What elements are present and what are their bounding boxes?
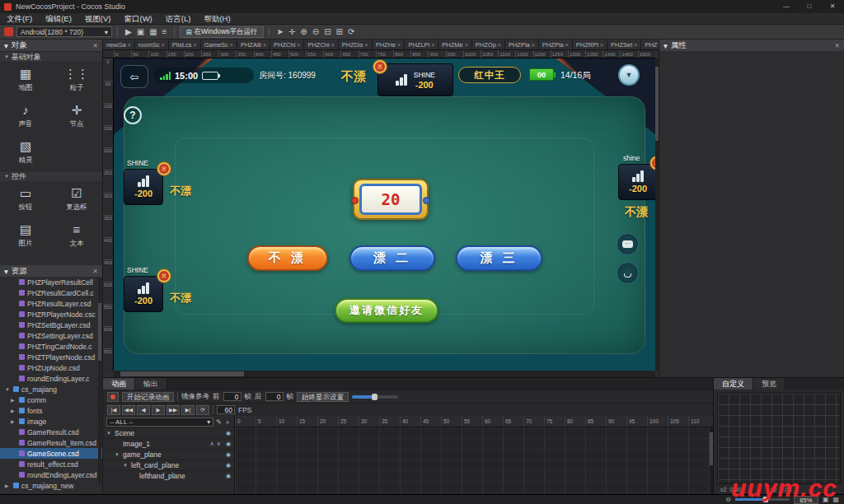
maximize-button[interactable]: □	[798, 0, 821, 13]
document-tab[interactable]: PHZChi ×	[270, 40, 304, 50]
close-tab-icon[interactable]: ×	[465, 42, 468, 48]
close-button[interactable]: ✕	[821, 0, 844, 13]
resource-item[interactable]: ▶ fonts	[0, 405, 102, 416]
select-tool-icon[interactable]: ➤	[274, 27, 286, 36]
object-map[interactable]: ▦ 地图	[0, 62, 51, 98]
scene-canvas[interactable]: ⇦ ? 15:00 房间号: 160999 不漂 SHINE -200 发 红中…	[114, 58, 655, 371]
panel-tab[interactable]: 自定义	[714, 378, 753, 390]
loop-button[interactable]: ⟳	[196, 405, 209, 415]
next-key-icon[interactable]: ∨	[217, 441, 221, 447]
prev-key-button[interactable]: ◀◀	[122, 405, 135, 415]
close-tab-icon[interactable]: ×	[397, 42, 401, 48]
zoom-out-icon[interactable]: ⊖	[310, 27, 321, 36]
prev-frame-button[interactable]: ◀	[137, 405, 150, 415]
node-filter-select[interactable]: -- ALL -- ▾	[106, 418, 213, 427]
canvas-horizontal-scrollbar[interactable]	[114, 371, 655, 377]
first-frame-button[interactable]: |◀	[107, 405, 120, 415]
timeline-node-row[interactable]: lefthand_plane ∧ ∨ ◉	[103, 470, 234, 481]
document-tab[interactable]: Plist.cs ×	[169, 40, 201, 50]
close-tab-icon[interactable]: ×	[162, 42, 165, 48]
object-sound[interactable]: ♪ 声音	[0, 98, 51, 134]
invite-wechat-button[interactable]: 邀请微信好友	[335, 298, 438, 323]
object-button[interactable]: ▭ 按钮	[0, 181, 51, 217]
document-tab[interactable]: roomSc ×	[135, 40, 169, 50]
object-text[interactable]: ≡ 文本	[51, 217, 102, 254]
fps-input[interactable]: 60	[217, 405, 235, 414]
help-button[interactable]: ?	[124, 106, 142, 124]
close-tab-icon[interactable]: ×	[600, 42, 603, 48]
visibility-icon[interactable]: ◉	[226, 430, 231, 436]
document-tab[interactable]: PHZMe ×	[438, 40, 472, 50]
object-particle[interactable]: ⋮⋮ 粒子	[51, 62, 102, 98]
resource-item[interactable]: PHZTingCardNode.c	[0, 341, 102, 352]
add-icon[interactable]: ＋	[224, 418, 231, 427]
last-frame-button[interactable]: ▶|	[181, 405, 195, 415]
document-tab[interactable]: PHZRPl ×	[573, 40, 607, 50]
resource-item[interactable]: PHZSetBgLayer.csd	[0, 320, 102, 330]
simulator-icon[interactable]: ▣	[134, 27, 147, 36]
object-image[interactable]: ▤ 图片	[0, 217, 51, 254]
close-tab-icon[interactable]: ×	[331, 42, 335, 48]
timeline-node-row[interactable]: Image_1 ∧ ∨ ◉	[103, 438, 234, 449]
resource-item[interactable]: PHZTPlayerNode.csd	[0, 352, 102, 362]
tree-arrow-icon[interactable]: ▼	[115, 452, 120, 457]
refresh-icon[interactable]: ⟳	[345, 27, 357, 36]
chat-button[interactable]	[617, 233, 639, 255]
keyframe-grid[interactable]	[235, 427, 713, 494]
tree-arrow-icon[interactable]: ▼	[106, 431, 112, 436]
red-dragon-king-badge[interactable]: 红中王	[458, 67, 521, 83]
close-tab-icon[interactable]: ×	[532, 42, 535, 48]
resource-item[interactable]: roundEndingLayer.csd	[0, 469, 102, 480]
document-tab[interactable]: PHZHe ×	[373, 40, 406, 50]
resource-item[interactable]: PHZSettingLayer.csd	[0, 330, 102, 341]
resource-item[interactable]: roundEndingLayer.c	[0, 373, 102, 384]
after-frames-input[interactable]: 0	[265, 392, 284, 401]
panel-tab[interactable]: 动画	[103, 378, 135, 390]
document-tab[interactable]: PHZPla ×	[539, 40, 573, 50]
player-right[interactable]: shine -200 发 不漂	[618, 154, 655, 228]
menu-item[interactable]: 语言(L)	[159, 13, 198, 25]
play-animation-button[interactable]: ▶	[152, 405, 165, 415]
float-three-button[interactable]: 漂 三	[456, 245, 542, 271]
panel-tab[interactable]: 预览	[753, 378, 785, 390]
always-show-button[interactable]: 始终显示设置	[297, 392, 349, 402]
timeline-node-row[interactable]: ▼ left_card_plane ∧ ∨ ◉	[103, 460, 234, 470]
document-tab[interactable]: PHZChi ×	[304, 40, 338, 50]
resource-item[interactable]: GameResult.csd	[0, 427, 102, 437]
close-tab-icon[interactable]: ×	[297, 42, 300, 48]
edit-icon[interactable]: ✎	[216, 418, 222, 426]
close-tab-icon[interactable]: ×	[365, 42, 368, 48]
resource-item[interactable]: PHZPlayerResultCell	[0, 277, 102, 287]
close-tab-icon[interactable]: ×	[263, 42, 266, 48]
object-sprite[interactable]: ▧ 精灵	[0, 134, 51, 170]
voice-button[interactable]	[617, 262, 639, 284]
dropdown-circle-button[interactable]: ▼	[618, 64, 640, 86]
prev-key-icon[interactable]: ∧	[210, 441, 214, 447]
exit-room-button[interactable]: ⇦	[120, 65, 148, 88]
panel-tab[interactable]: 输出	[135, 378, 167, 390]
player-left-2[interactable]: SHINE -200 发 不漂	[124, 266, 214, 317]
timeline-track-area[interactable]: 0510152025303540455055606570758085909510…	[235, 416, 713, 494]
chevron-down-icon[interactable]: ▾	[4, 267, 8, 276]
curve-grid[interactable]	[717, 393, 841, 484]
start-record-button[interactable]: 开始记录动画	[122, 392, 174, 402]
next-frame-button[interactable]: ▶▶	[166, 405, 180, 415]
code-icon[interactable]: ≡	[160, 27, 170, 36]
document-tab[interactable]: PHZPla ×	[505, 40, 539, 50]
run-on-windows-button[interactable]: ⊞ 在Windows平台运行	[180, 26, 263, 38]
document-tab[interactable]: PHZDis ×	[339, 40, 373, 50]
close-panel-icon[interactable]: ✕	[92, 268, 98, 275]
menu-item[interactable]: 文件(F)	[0, 13, 39, 25]
scene-icon[interactable]: ▦	[147, 27, 159, 36]
resource-item[interactable]: ▼ cs_majiang	[0, 384, 102, 394]
player-left-1[interactable]: SHINE -200 发 不漂	[124, 159, 214, 210]
menu-item[interactable]: 编辑(E)	[39, 13, 78, 25]
basic-objects-group-header[interactable]: ▼ 基础对象	[0, 51, 102, 62]
record-button[interactable]	[107, 392, 119, 402]
tree-arrow-icon[interactable]: ▼	[123, 463, 129, 468]
float-two-button[interactable]: 漂 二	[349, 245, 435, 271]
align-icon[interactable]: ⊟	[321, 27, 333, 36]
resource-item[interactable]: PHZUpNode.csd	[0, 362, 102, 373]
menu-item[interactable]: 帮助(H)	[197, 13, 237, 25]
visibility-icon[interactable]: ◉	[226, 473, 231, 479]
